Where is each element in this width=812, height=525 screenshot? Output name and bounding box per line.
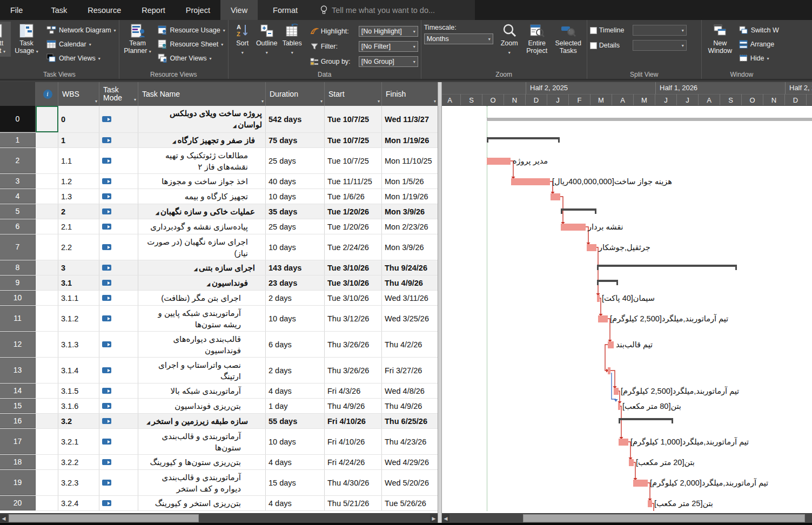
table-row[interactable]: 143.1.5آرماتوربندی شبکه بالا4 daysFri 4/… (0, 383, 438, 399)
duration-cell[interactable]: 4 days (266, 455, 325, 469)
row-number-cell[interactable]: 2 (0, 148, 36, 173)
wbs-cell[interactable]: 2 (58, 204, 99, 219)
scroll-left-arrow-icon[interactable]: ◀ (0, 514, 8, 522)
task-bar[interactable] (608, 341, 614, 348)
wbs-header[interactable]: WBS▾ (58, 82, 99, 106)
start-cell[interactable]: Tue 1/20/26 (325, 219, 382, 234)
wbs-cell[interactable]: 3.1.3 (58, 332, 99, 357)
tell-me-box[interactable]: Tell me what you want to do... (313, 0, 475, 20)
timeline-dropdown[interactable]: ▾ (633, 25, 687, 36)
info-cell[interactable] (36, 470, 58, 495)
finish-cell[interactable]: Mon 11/10/25 (382, 148, 438, 173)
finish-cell[interactable]: Mon 1/19/26 (382, 189, 438, 204)
task-name-cell[interactable]: اجرای بتن مگر (نظافت) (138, 291, 266, 305)
network-diagram-button[interactable]: Network Diagram▾ (46, 25, 116, 36)
task-mode-cell[interactable] (99, 414, 138, 428)
timescale-dropdown[interactable]: Months▾ (424, 33, 493, 44)
table-row[interactable]: 52عملیات خاکی و سازه نگهبان◢35 daysTue 1… (0, 204, 438, 219)
task-name-cell[interactable]: آرماتوربندی و قالب‌بندی ستون‌ها (138, 429, 266, 454)
task-mode-header[interactable]: Task Mode▾ (99, 82, 138, 106)
task-mode-cell[interactable] (99, 429, 138, 454)
table-row[interactable]: 11فاز صفر و تجهیز کارگاه◢75 daysTue 10/7… (0, 133, 438, 148)
selected-tasks-button[interactable]: Selected Tasks (553, 22, 584, 56)
filter-dropdown[interactable]: [No Filter]▾ (359, 41, 418, 52)
wbs-cell[interactable]: 3.2.3 (58, 470, 99, 495)
start-cell[interactable]: Thu 3/26/26 (325, 358, 382, 383)
duration-cell[interactable]: 35 days (266, 204, 325, 219)
tab-report[interactable]: Report (131, 0, 176, 20)
info-cell[interactable] (36, 204, 58, 219)
task-mode-cell[interactable] (99, 470, 138, 495)
wbs-cell[interactable]: 2.1 (58, 219, 99, 234)
info-cell[interactable] (36, 260, 58, 275)
table-row[interactable]: 00پروژه ساخت ویلای دوبلکس لواسان◢542 day… (0, 106, 438, 133)
entire-project-button[interactable]: Entire Project (521, 22, 553, 56)
task-mode-cell[interactable] (99, 148, 138, 173)
finish-cell[interactable]: Wed 5/20/26 (382, 470, 438, 495)
table-row[interactable]: 93.1فونداسیون◢23 daysTue 3/10/26Thu 4/9/… (0, 275, 438, 291)
table-row[interactable]: 163.2سازه طبقه زیرزمین و استخر◢55 daysFr… (0, 414, 438, 429)
chart-scrollbar-thumb[interactable] (523, 514, 805, 522)
table-row[interactable]: 123.1.3قالب‌بندی دیواره‌های فونداسیون6 d… (0, 332, 438, 358)
task-name-cell[interactable]: بتن‌ریزی ستون‌ها و کیورینگ (138, 455, 266, 469)
duration-cell[interactable]: 10 days (266, 429, 325, 454)
table-row[interactable]: 62.1پیاده‌سازی نقشه و گودبرداری25 daysTu… (0, 219, 438, 234)
finish-cell[interactable]: Thu 4/2/26 (382, 332, 438, 357)
task-mode-cell[interactable] (99, 234, 138, 260)
chart-scroll-left-arrow-icon[interactable]: ◀ (442, 514, 449, 522)
row-number-cell[interactable]: 14 (0, 383, 36, 398)
task-name-cell[interactable]: فاز صفر و تجهیز کارگاه◢ (138, 133, 266, 147)
task-mode-filter-arrow-icon[interactable]: ▾ (134, 96, 136, 104)
summary-bar[interactable] (619, 418, 673, 420)
task-name-cell[interactable]: فونداسیون◢ (138, 275, 266, 290)
task-name-header[interactable]: Task Name▾ (138, 82, 266, 106)
finish-cell[interactable]: Mon 1/5/26 (382, 174, 438, 189)
start-cell[interactable]: Tue 11/11/25 (325, 174, 382, 189)
pane-splitter[interactable] (438, 82, 442, 523)
row-number-cell[interactable]: 0 (0, 106, 36, 132)
finish-cell[interactable]: Mon 2/23/26 (382, 219, 438, 234)
start-cell[interactable]: Fri 4/10/26 (325, 414, 382, 428)
table-row[interactable]: 153.1.6بتن‌ریزی فونداسیون1 dayThu 4/9/26… (0, 399, 438, 414)
task-mode-cell[interactable] (99, 204, 138, 219)
sort-button[interactable]: A Z Sort▾ (231, 22, 254, 58)
info-cell[interactable] (36, 133, 58, 147)
info-cell[interactable] (36, 106, 58, 132)
resource-sheet-button[interactable]: Resource Sheet▾ (158, 39, 225, 50)
row-number-cell[interactable]: 8 (0, 260, 36, 275)
start-cell[interactable]: Fri 4/10/26 (325, 429, 382, 454)
info-cell[interactable] (36, 219, 58, 234)
task-bar[interactable] (608, 367, 610, 374)
wbs-cell[interactable]: 2.2 (58, 234, 99, 260)
task-bar[interactable] (561, 224, 586, 231)
info-cell[interactable] (36, 148, 58, 173)
summary-bar[interactable] (561, 208, 596, 211)
group-by-dropdown[interactable]: [No Group]▾ (359, 56, 418, 67)
row-number-cell[interactable]: 11 (0, 306, 36, 331)
task-mode-cell[interactable] (99, 219, 138, 234)
task-bar[interactable] (614, 388, 619, 395)
duration-cell[interactable]: 143 days (266, 260, 325, 275)
table-row[interactable]: 31.2اخذ جواز ساخت و مجوزها40 daysTue 11/… (0, 174, 438, 189)
task-name-cell[interactable]: پروژه ساخت ویلای دوبلکس لواسان◢ (138, 106, 266, 132)
finish-cell[interactable]: Thu 4/9/26 (382, 399, 438, 413)
details-checkbox[interactable] (590, 42, 597, 49)
collapse-triangle-icon[interactable]: ◢ (233, 124, 236, 129)
duration-cell[interactable]: 2 days (266, 358, 325, 383)
wbs-cell[interactable]: 3.1.4 (58, 358, 99, 383)
info-cell[interactable] (36, 383, 58, 398)
wbs-cell[interactable]: 1 (58, 133, 99, 147)
task-mode-cell[interactable] (99, 496, 138, 510)
row-number-cell[interactable]: 17 (0, 429, 36, 454)
task-mode-cell[interactable] (99, 383, 138, 398)
row-number-cell[interactable]: 1 (0, 133, 36, 147)
other-views-button[interactable]: Other Views▾ (46, 53, 116, 64)
wbs-cell[interactable]: 3.2.4 (58, 496, 99, 510)
task-mode-cell[interactable] (99, 260, 138, 275)
duration-cell[interactable]: 25 days (266, 148, 325, 173)
summary-bar[interactable] (597, 265, 737, 267)
table-row[interactable]: 113.1.2آرماتوربندی شبکه پایین و ریشه ستو… (0, 306, 438, 332)
wbs-filter-arrow-icon[interactable]: ▾ (95, 99, 97, 104)
tab-format[interactable]: Format (258, 0, 313, 20)
info-cell[interactable] (36, 174, 58, 189)
